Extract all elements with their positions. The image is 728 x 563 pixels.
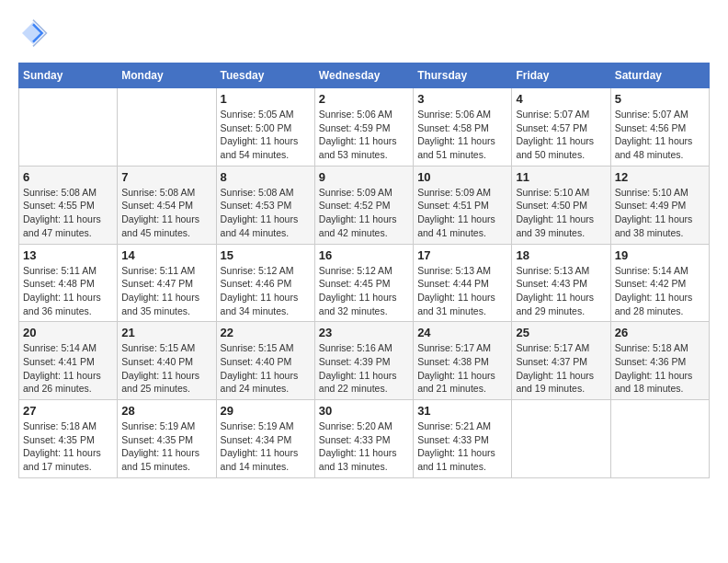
day-number: 30 xyxy=(319,404,409,418)
calendar-cell: 28Sunrise: 5:19 AMSunset: 4:35 PMDayligh… xyxy=(118,400,216,478)
day-info: Sunrise: 5:17 AM xyxy=(417,341,507,355)
day-info: Daylight: 11 hours and 44 minutes. xyxy=(221,213,311,239)
day-number: 26 xyxy=(615,326,705,339)
weekday-header: Monday xyxy=(118,63,216,88)
day-info: Sunset: 5:00 PM xyxy=(221,121,311,135)
day-number: 18 xyxy=(516,248,606,262)
day-info: Daylight: 11 hours and 39 minutes. xyxy=(516,213,606,239)
calendar-cell: 7Sunrise: 5:08 AMSunset: 4:54 PMDaylight… xyxy=(118,166,216,244)
calendar-cell: 9Sunrise: 5:09 AMSunset: 4:52 PMDaylight… xyxy=(314,166,413,244)
day-info: Sunrise: 5:08 AM xyxy=(23,186,113,200)
day-info: Daylight: 11 hours and 31 minutes. xyxy=(417,291,507,317)
day-info: Sunrise: 5:13 AM xyxy=(516,264,606,278)
calendar-week-row: 1Sunrise: 5:05 AMSunset: 5:00 PMDaylight… xyxy=(19,88,710,167)
calendar-header-row: SundayMondayTuesdayWednesdayThursdayFrid… xyxy=(19,63,710,88)
calendar-cell: 17Sunrise: 5:13 AMSunset: 4:44 PMDayligh… xyxy=(414,244,512,322)
day-info: Sunrise: 5:11 AM xyxy=(121,264,211,278)
day-info: Sunset: 4:35 PM xyxy=(23,433,113,447)
logo-icon xyxy=(18,18,48,48)
calendar-cell: 6Sunrise: 5:08 AMSunset: 4:55 PMDaylight… xyxy=(19,166,118,244)
day-number: 17 xyxy=(417,248,507,262)
day-number: 9 xyxy=(319,170,409,184)
day-info: Sunset: 4:50 PM xyxy=(516,199,606,213)
day-info: Sunrise: 5:08 AM xyxy=(221,186,311,200)
day-number: 31 xyxy=(417,404,507,418)
weekday-header: Saturday xyxy=(610,63,709,88)
day-info: Daylight: 11 hours and 19 minutes. xyxy=(516,369,606,396)
calendar-cell: 27Sunrise: 5:18 AMSunset: 4:35 PMDayligh… xyxy=(19,400,118,478)
day-info: Sunrise: 5:20 AM xyxy=(319,419,409,433)
calendar-cell: 13Sunrise: 5:11 AMSunset: 4:48 PMDayligh… xyxy=(19,244,118,322)
weekday-header: Wednesday xyxy=(314,63,413,88)
day-info: Sunrise: 5:17 AM xyxy=(516,341,606,355)
calendar-cell: 12Sunrise: 5:10 AMSunset: 4:49 PMDayligh… xyxy=(610,166,709,244)
calendar-cell: 26Sunrise: 5:18 AMSunset: 4:36 PMDayligh… xyxy=(610,322,709,400)
calendar-cell: 5Sunrise: 5:07 AMSunset: 4:56 PMDaylight… xyxy=(610,88,709,167)
calendar-cell: 21Sunrise: 5:15 AMSunset: 4:40 PMDayligh… xyxy=(118,322,216,400)
day-info: Daylight: 11 hours and 54 minutes. xyxy=(221,134,311,161)
day-info: Sunrise: 5:07 AM xyxy=(516,108,606,121)
day-number: 28 xyxy=(121,404,211,418)
day-info: Daylight: 11 hours and 15 minutes. xyxy=(121,446,211,473)
day-info: Sunrise: 5:21 AM xyxy=(417,419,507,433)
calendar-week-row: 6Sunrise: 5:08 AMSunset: 4:55 PMDaylight… xyxy=(19,166,710,244)
day-number: 1 xyxy=(221,92,311,106)
calendar-cell: 25Sunrise: 5:17 AMSunset: 4:37 PMDayligh… xyxy=(512,322,610,400)
day-info: Daylight: 11 hours and 50 minutes. xyxy=(516,134,606,161)
calendar-week-row: 27Sunrise: 5:18 AMSunset: 4:35 PMDayligh… xyxy=(19,400,710,478)
day-info: Sunset: 4:56 PM xyxy=(615,121,705,135)
calendar-cell xyxy=(19,88,118,167)
day-number: 23 xyxy=(319,326,409,339)
day-info: Sunset: 4:46 PM xyxy=(221,277,311,291)
calendar-cell: 31Sunrise: 5:21 AMSunset: 4:33 PMDayligh… xyxy=(414,400,512,478)
day-info: Sunrise: 5:10 AM xyxy=(615,186,705,200)
day-info: Sunset: 4:33 PM xyxy=(417,433,507,447)
calendar-cell: 16Sunrise: 5:12 AMSunset: 4:45 PMDayligh… xyxy=(314,244,413,322)
day-info: Sunset: 4:40 PM xyxy=(121,355,211,369)
day-info: Sunrise: 5:05 AM xyxy=(221,108,311,121)
day-info: Daylight: 11 hours and 14 minutes. xyxy=(221,446,311,473)
day-info: Sunset: 4:57 PM xyxy=(516,121,606,135)
calendar-cell: 4Sunrise: 5:07 AMSunset: 4:57 PMDaylight… xyxy=(512,88,610,167)
calendar-cell: 15Sunrise: 5:12 AMSunset: 4:46 PMDayligh… xyxy=(216,244,314,322)
day-info: Sunrise: 5:09 AM xyxy=(417,186,507,200)
day-info: Sunset: 4:55 PM xyxy=(23,199,113,213)
day-info: Daylight: 11 hours and 29 minutes. xyxy=(516,291,606,317)
day-info: Daylight: 11 hours and 11 minutes. xyxy=(417,446,507,473)
day-number: 19 xyxy=(615,248,705,262)
day-info: Daylight: 11 hours and 51 minutes. xyxy=(417,134,507,161)
day-number: 20 xyxy=(23,326,113,339)
day-info: Sunset: 4:37 PM xyxy=(516,355,606,369)
day-number: 24 xyxy=(417,326,507,339)
day-info: Daylight: 11 hours and 41 minutes. xyxy=(417,213,507,239)
day-number: 12 xyxy=(615,170,705,184)
day-info: Sunset: 4:49 PM xyxy=(615,199,705,213)
day-info: Sunrise: 5:15 AM xyxy=(221,341,311,355)
calendar-cell: 30Sunrise: 5:20 AMSunset: 4:33 PMDayligh… xyxy=(314,400,413,478)
page-header xyxy=(18,18,710,48)
day-info: Daylight: 11 hours and 34 minutes. xyxy=(221,291,311,317)
calendar-cell xyxy=(512,400,610,478)
day-info: Sunrise: 5:10 AM xyxy=(516,186,606,200)
day-info: Sunset: 4:51 PM xyxy=(417,199,507,213)
logo xyxy=(18,18,51,48)
weekday-header: Thursday xyxy=(414,63,512,88)
day-number: 25 xyxy=(516,326,606,339)
day-number: 11 xyxy=(516,170,606,184)
calendar-cell: 23Sunrise: 5:16 AMSunset: 4:39 PMDayligh… xyxy=(314,322,413,400)
calendar-cell: 18Sunrise: 5:13 AMSunset: 4:43 PMDayligh… xyxy=(512,244,610,322)
day-info: Sunset: 4:53 PM xyxy=(221,199,311,213)
day-number: 21 xyxy=(121,326,211,339)
day-info: Daylight: 11 hours and 32 minutes. xyxy=(319,291,409,317)
day-number: 10 xyxy=(417,170,507,184)
day-info: Sunset: 4:41 PM xyxy=(23,355,113,369)
day-info: Sunset: 4:35 PM xyxy=(121,433,211,447)
day-info: Sunrise: 5:11 AM xyxy=(23,264,113,278)
calendar-week-row: 13Sunrise: 5:11 AMSunset: 4:48 PMDayligh… xyxy=(19,244,710,322)
day-info: Sunrise: 5:19 AM xyxy=(221,419,311,433)
day-info: Sunset: 4:54 PM xyxy=(121,199,211,213)
calendar-cell: 3Sunrise: 5:06 AMSunset: 4:58 PMDaylight… xyxy=(414,88,512,167)
day-info: Daylight: 11 hours and 24 minutes. xyxy=(221,369,311,396)
day-info: Sunrise: 5:09 AM xyxy=(319,186,409,200)
day-info: Sunrise: 5:14 AM xyxy=(615,264,705,278)
